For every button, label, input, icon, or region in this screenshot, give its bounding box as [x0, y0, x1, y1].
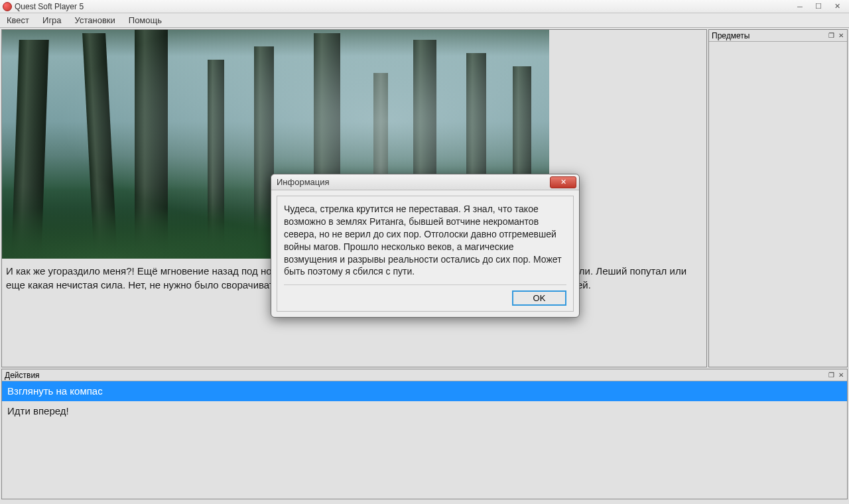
dialog-close-button[interactable]: ✕ [550, 176, 576, 188]
menu-settings[interactable]: Установки [68, 13, 122, 27]
close-icon: ✕ [560, 178, 566, 186]
minimize-button[interactable]: ─ [791, 1, 809, 12]
actions-list: Взглянуть на компас Идти вперед! [2, 381, 847, 499]
menu-help[interactable]: Помощь [122, 13, 168, 27]
action-item[interactable]: Идти вперед! [2, 401, 847, 421]
panel-close-icon[interactable]: ✕ [836, 31, 846, 40]
window-title: Quest Soft Player 5 [15, 2, 84, 11]
ok-button[interactable]: OK [512, 290, 566, 306]
info-dialog: Информация ✕ Чудеса, стрелка крутится не… [271, 174, 580, 318]
menu-game[interactable]: Игра [36, 13, 68, 27]
titlebar: Quest Soft Player 5 ─ ☐ ✕ [0, 0, 849, 13]
panel-close-icon[interactable]: ✕ [836, 371, 846, 380]
menubar: Квест Игра Установки Помощь [0, 13, 849, 28]
dialog-text: Чудеса, стрелка крутится не переставая. … [284, 203, 566, 278]
app-icon [3, 2, 12, 11]
close-button[interactable]: ✕ [828, 1, 846, 12]
menu-quest[interactable]: Квест [0, 13, 36, 27]
dialog-titlebar[interactable]: Информация ✕ [271, 174, 579, 190]
actions-panel: Действия ❐ ✕ Взглянуть на компас Идти вп… [1, 369, 848, 499]
inventory-panel: Предметы ❐ ✕ [708, 29, 848, 367]
dialog-title: Информация [277, 177, 330, 187]
actions-title: Действия [3, 371, 40, 380]
dialog-separator [284, 284, 566, 285]
window-controls: ─ ☐ ✕ [791, 1, 846, 12]
action-item[interactable]: Взглянуть на компас [2, 381, 847, 401]
panel-restore-icon[interactable]: ❐ [826, 31, 836, 40]
maximize-button[interactable]: ☐ [809, 1, 828, 12]
inventory-title: Предметы [710, 31, 750, 40]
panel-restore-icon[interactable]: ❐ [826, 371, 836, 380]
